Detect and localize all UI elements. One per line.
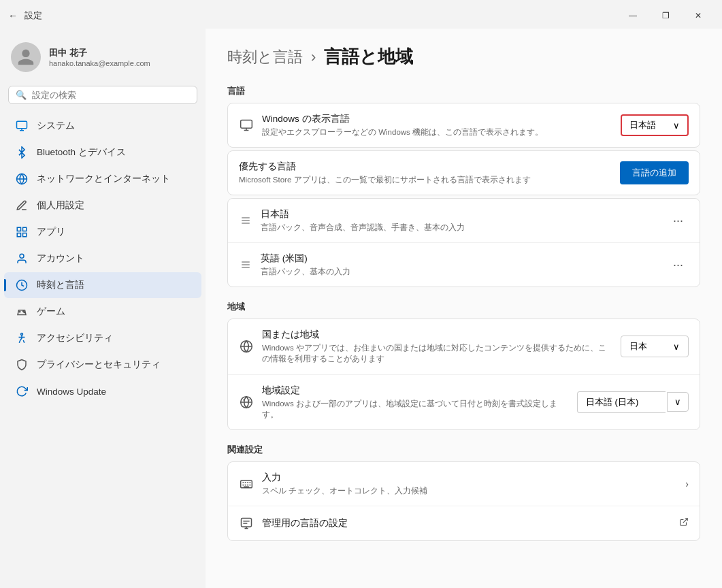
sidebar-item-time[interactable]: 時刻と言語 (4, 272, 201, 298)
svg-rect-2 (17, 227, 20, 231)
svg-rect-4 (23, 233, 27, 237)
regional-format-value: 日本語 (日本) (586, 396, 638, 408)
display-language-title: Windows の表示言語 (262, 113, 612, 125)
country-title: 国または地域 (262, 329, 612, 341)
language-items-card: 日本語 言語パック、音声合成、音声認識、手書き、基本の入力 ··· 英語 (米国… (227, 198, 700, 287)
regional-format-desc: Windows および一部のアプリは、地域設定に基づいて日付と時刻を書式設定しま… (262, 398, 569, 420)
english-lang-desc: 言語パック、基本の入力 (261, 266, 659, 277)
chevron-down-icon: ∨ (673, 120, 680, 131)
sidebar-item-account[interactable]: アカウント (4, 246, 201, 272)
sidebar-item-bluetooth[interactable]: Bluetooth とデバイス (4, 140, 201, 165)
japanese-lang-row: 日本語 言語パック、音声合成、音声認識、手書き、基本の入力 ··· (228, 199, 700, 243)
close-button[interactable]: ✕ (683, 5, 714, 26)
sidebar-item-account-label: アカウント (37, 252, 84, 265)
sidebar-item-accessibility[interactable]: アクセシビリティ (4, 325, 201, 351)
user-profile[interactable]: 田中 花子 hanako.tanaka@example.com (0, 34, 206, 83)
regional-format-row: 地域設定 Windows および一部のアプリは、地域設定に基づいて日付と時刻を書… (228, 375, 700, 429)
add-language-button[interactable]: 言語の追加 (620, 161, 689, 184)
user-name: 田中 花子 (49, 47, 150, 59)
svg-point-11 (24, 312, 25, 313)
title-bar-left: ← 設定 (8, 10, 42, 22)
sidebar-item-bluetooth-label: Bluetooth とデバイス (37, 146, 126, 159)
sidebar-item-privacy[interactable]: プライバシーとセキュリティ (4, 352, 201, 378)
english-lang-text: 英語 (米国) 言語パック、基本の入力 (261, 252, 659, 277)
title-bar: ← 設定 — ❐ ✕ (0, 0, 722, 29)
display-language-desc: 設定やエクスプローラーなどの Windows 機能は、この言語で表示されます。 (262, 127, 612, 137)
drag-handle-english[interactable] (239, 259, 252, 271)
country-desc: Windows やアプリでは、お住まいの国または地域に対応したコンテンツを提供す… (262, 342, 612, 364)
admin-lang-external (679, 517, 689, 529)
monitor-icon (239, 118, 254, 133)
network-nav-icon (15, 172, 29, 186)
country-dropdown[interactable]: 日本 ∨ (621, 336, 689, 357)
preferred-language-desc: Microsoft Store アプリは、この一覧で最初にサポートされる言語で表… (239, 174, 612, 185)
sidebar-item-apps[interactable]: アプリ (4, 219, 201, 245)
main-content: 時刻と言語 › 言語と地域 言語 Windows の表示言語 設定やエクスプロー… (206, 29, 722, 588)
sidebar-item-update-label: Windows Update (37, 387, 106, 397)
country-value: 日本 (629, 340, 647, 353)
sidebar-item-system-label: システム (37, 120, 75, 132)
search-box[interactable]: 🔍 (8, 86, 197, 104)
privacy-nav-icon (15, 358, 29, 372)
back-button[interactable]: ← (8, 10, 18, 21)
preferred-language-text: 優先する言語 Microsoft Store アプリは、この一覧で最初にサポート… (239, 161, 612, 185)
search-icon: 🔍 (16, 90, 27, 100)
country-row: 国または地域 Windows やアプリでは、お住まいの国または地域に対応したコン… (228, 319, 700, 374)
sidebar-item-personal-label: 個人用設定 (37, 199, 84, 212)
sidebar-item-network-label: ネットワークとインターネット (37, 173, 170, 185)
input-row[interactable]: 入力 スペル チェック、オートコレクト、入力候補 › (228, 462, 700, 506)
display-language-control: 日本語 ∨ (621, 114, 689, 136)
sidebar-item-system[interactable]: システム (4, 113, 201, 139)
sidebar-item-gaming-label: ゲーム (37, 306, 65, 318)
preferred-language-title: 優先する言語 (239, 161, 612, 173)
sidebar-item-accessibility-label: アクセシビリティ (37, 332, 113, 344)
external-link-icon (679, 517, 689, 529)
nav-list: システムBluetooth とデバイスネットワークとインターネット個人用設定アプ… (0, 112, 206, 405)
personal-nav-icon (15, 199, 29, 212)
system-nav-icon (15, 119, 29, 133)
regional-format-dropdown[interactable]: 日本語 (日本) (577, 391, 666, 413)
app-title: 設定 (24, 10, 42, 22)
gaming-nav-icon (15, 305, 29, 318)
chevron-right-icon: › (685, 478, 689, 489)
search-input[interactable] (32, 90, 190, 100)
english-lang-more-button[interactable]: ··· (668, 255, 689, 275)
sidebar-item-privacy-label: プライバシーとセキュリティ (37, 359, 161, 371)
related-settings-card: 入力 スペル チェック、オートコレクト、入力候補 › 管理用の言語 (227, 461, 700, 541)
japanese-lang-more-button[interactable]: ··· (668, 211, 689, 231)
english-lang-row: 英語 (米国) 言語パック、基本の入力 ··· (228, 243, 700, 287)
drag-handle-japanese[interactable] (239, 214, 252, 227)
add-language-control: 言語の追加 (620, 161, 689, 184)
admin-lang-text: 管理用の言語の設定 (262, 517, 671, 529)
breadcrumb-parent: 時刻と言語 (227, 47, 303, 67)
sidebar-item-time-label: 時刻と言語 (37, 279, 84, 291)
admin-lang-title: 管理用の言語の設定 (262, 517, 671, 529)
svg-rect-17 (242, 518, 252, 527)
display-language-dropdown[interactable]: 日本語 ∨ (621, 114, 689, 136)
minimize-button[interactable]: — (617, 5, 649, 26)
japanese-lang-desc: 言語パック、音声合成、音声認識、手書き、基本の入力 (261, 222, 659, 233)
sidebar-item-update[interactable]: Windows Update (4, 378, 201, 404)
svg-point-6 (20, 254, 24, 258)
regional-format-control: 日本語 (日本) ∨ (577, 391, 689, 413)
japanese-lang-options: ··· (668, 211, 689, 231)
sidebar-item-personal[interactable]: 個人用設定 (4, 193, 201, 218)
avatar (11, 42, 41, 72)
regional-format-expand-button[interactable]: ∨ (667, 392, 689, 412)
english-lang-options: ··· (668, 255, 689, 275)
english-lang-title: 英語 (米国) (261, 252, 659, 265)
japanese-lang-title: 日本語 (261, 208, 659, 220)
sidebar-item-gaming[interactable]: ゲーム (4, 299, 201, 325)
svg-rect-3 (23, 227, 27, 231)
country-control: 日本 ∨ (621, 336, 689, 357)
maximize-button[interactable]: ❐ (650, 5, 681, 26)
admin-lang-row[interactable]: 管理用の言語の設定 (228, 506, 700, 540)
sidebar-item-network[interactable]: ネットワークとインターネット (4, 166, 201, 192)
sidebar-item-apps-label: アプリ (37, 226, 65, 238)
input-text: 入力 スペル チェック、オートコレクト、入力候補 (262, 472, 677, 496)
bluetooth-nav-icon (15, 146, 29, 159)
account-nav-icon (15, 252, 29, 265)
preferred-language-row: 優先する言語 Microsoft Store アプリは、この一覧で最初にサポート… (228, 151, 700, 195)
input-title: 入力 (262, 472, 677, 484)
svg-rect-0 (17, 121, 27, 129)
